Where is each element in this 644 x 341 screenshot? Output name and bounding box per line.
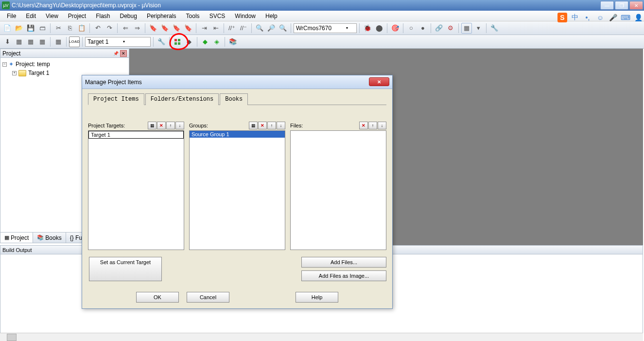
save-icon[interactable]: 💾 [25, 23, 36, 34]
panel-close-icon[interactable]: ✕ [120, 50, 127, 57]
debug-icon[interactable]: 🐞 [362, 23, 373, 34]
add-files-as-image-button[interactable]: Add Files as Image... [301, 270, 386, 281]
targets-down-button[interactable]: ↓ [175, 122, 184, 129]
groups-up-button[interactable]: ↑ [267, 122, 276, 129]
tab-books[interactable]: 📚 Books [33, 233, 66, 243]
ime-person-icon[interactable]: 👤 [633, 13, 643, 22]
nav-fwd-icon[interactable]: ⇒ [132, 23, 142, 34]
pack-installer-icon[interactable]: ◈ [211, 36, 222, 47]
files-up-button[interactable]: ↑ [368, 122, 377, 129]
bookmark-icon[interactable]: 🔖 [148, 23, 158, 34]
targets-up-button[interactable]: ↑ [166, 122, 175, 129]
outdent-icon[interactable]: ⇤ [210, 23, 221, 34]
bookmark-clear-icon[interactable]: 🔖 [183, 23, 193, 34]
tab-project[interactable]: ▦ Project [0, 233, 33, 243]
window-layout-icon[interactable]: ▦ [461, 23, 472, 34]
manage-project-items-icon[interactable] [172, 36, 183, 47]
rebuild-icon[interactable]: ▦ [25, 36, 36, 47]
menu-svcs[interactable]: SVCS [205, 11, 230, 21]
maximize-button[interactable]: ❐ [615, 1, 628, 10]
close-button[interactable]: ✕ [629, 1, 643, 10]
options-icon[interactable]: 🔧 [156, 36, 167, 47]
stop-build-icon[interactable]: ▦ [53, 36, 64, 47]
targets-delete-button[interactable]: ✕ [157, 122, 166, 129]
undo-icon[interactable]: ↶ [92, 23, 103, 34]
menu-window[interactable]: Window [230, 11, 261, 21]
groups-listbox[interactable]: Source Group 1 [189, 130, 285, 250]
target-item[interactable]: Target 1 [88, 131, 184, 139]
tab-project-items[interactable]: Project Items [88, 93, 144, 105]
groups-new-button[interactable]: ▦ [249, 122, 258, 129]
menu-flash[interactable]: Flash [91, 11, 115, 21]
menu-file[interactable]: File [2, 11, 21, 21]
files-listbox[interactable] [290, 130, 386, 250]
record-off-icon[interactable]: ○ [406, 23, 417, 34]
translate-icon[interactable]: ⬇ [2, 36, 13, 47]
menu-peripherals[interactable]: Peripherals [142, 11, 181, 21]
menu-project[interactable]: Project [63, 11, 91, 21]
manage-rtecomp-icon[interactable]: ◆ [184, 36, 194, 47]
find-combobox[interactable]: WrCmos7670 [294, 23, 357, 33]
add-files-button[interactable]: Add Files... [301, 257, 386, 268]
collapse-icon[interactable]: − [2, 62, 7, 67]
ime-mic-icon[interactable]: 🎤 [608, 13, 618, 22]
build-icon[interactable]: ▦ [14, 36, 24, 47]
groups-down-button[interactable]: ↓ [277, 122, 285, 129]
menu-edit[interactable]: Edit [21, 11, 41, 21]
ime-emoji-icon[interactable]: ☺ [595, 13, 605, 22]
help-button[interactable]: Help [296, 292, 338, 303]
group-item[interactable]: Source Group 1 [190, 131, 285, 138]
cancel-button[interactable]: Cancel [187, 292, 229, 303]
new-file-icon[interactable]: 📄 [2, 23, 13, 34]
books-window-icon[interactable]: 📚 [227, 36, 238, 47]
set-current-target-button[interactable]: Set as Current Target [89, 257, 162, 281]
indent-icon[interactable]: ⇥ [199, 23, 209, 34]
find-files-icon[interactable]: 🔎 [266, 23, 277, 34]
ime-zh-icon[interactable]: 中 [570, 13, 580, 22]
horizontal-scrollbar[interactable] [0, 333, 643, 341]
bookmark-prev-icon[interactable]: 🔖 [159, 23, 170, 34]
ime-keyboard-icon[interactable]: ⌨ [621, 13, 630, 22]
incremental-find-icon[interactable]: 🔍 [278, 23, 288, 34]
ime-punct-icon[interactable]: •, [583, 13, 592, 22]
tab-books[interactable]: Books [220, 93, 248, 105]
batch-build-icon[interactable]: ▦ [37, 36, 48, 47]
menu-view[interactable]: View [41, 11, 63, 21]
groups-delete-button[interactable]: ✕ [258, 122, 267, 129]
target-combobox[interactable]: Target 1 [85, 37, 151, 47]
nav-back-icon[interactable]: ⇐ [120, 23, 131, 34]
target-lens-icon[interactable]: 🎯 [390, 23, 400, 34]
record-on-icon[interactable]: ● [418, 23, 428, 34]
cut-icon[interactable]: ✂ [53, 23, 64, 34]
link-icon[interactable]: 🔗 [434, 23, 444, 34]
breakpoint-icon[interactable]: ⬤ [374, 23, 384, 34]
chevron-down-icon[interactable]: ▾ [473, 23, 484, 34]
copy-icon[interactable]: ⎘ [65, 23, 75, 34]
wrench-icon[interactable]: 🔧 [489, 23, 500, 34]
redo-icon[interactable]: ↷ [104, 23, 115, 34]
tree-root[interactable]: − ✦ Project: temp [2, 60, 127, 69]
save-all-icon[interactable]: 🗃 [37, 23, 48, 34]
menu-tools[interactable]: Tools [181, 11, 205, 21]
ime-sogou-icon[interactable]: S [557, 13, 567, 22]
bookmark-next-icon[interactable]: 🔖 [171, 23, 182, 34]
open-file-icon[interactable]: 📂 [14, 23, 24, 34]
uncomment-icon[interactable]: //⁻ [238, 23, 249, 34]
targets-new-button[interactable]: ▦ [148, 122, 157, 129]
pin-icon[interactable]: 📌 [112, 50, 119, 57]
select-pack-icon[interactable]: ◆ [200, 36, 210, 47]
minimize-button[interactable]: — [600, 1, 614, 10]
comment-icon[interactable]: //⁺ [226, 23, 237, 34]
files-down-button[interactable]: ↓ [378, 122, 386, 129]
menu-debug[interactable]: Debug [115, 11, 142, 21]
paste-icon[interactable]: 📋 [76, 23, 87, 34]
targets-listbox[interactable]: Target 1 [88, 130, 184, 250]
find-icon[interactable]: 🔍 [254, 23, 265, 34]
ok-button[interactable]: OK [136, 292, 179, 303]
download-icon[interactable]: LOAD [69, 36, 80, 47]
expand-icon[interactable]: + [12, 71, 17, 75]
files-delete-button[interactable]: ✕ [359, 122, 368, 129]
dialog-close-button[interactable]: ✕ [369, 77, 389, 86]
menu-help[interactable]: Help [261, 11, 282, 21]
gear-red-icon[interactable]: ⚙ [445, 23, 456, 34]
